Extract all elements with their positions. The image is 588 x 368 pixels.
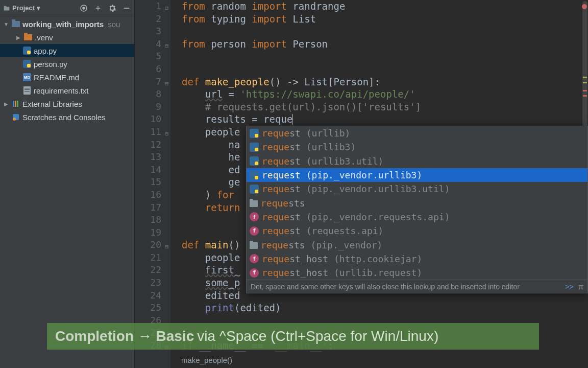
- tree-item[interactable]: requirements.txt: [0, 84, 134, 97]
- svg-rect-4: [17, 101, 18, 107]
- pi-icon[interactable]: π: [578, 283, 583, 291]
- python-module-icon: [250, 143, 259, 152]
- tree-item[interactable]: MDREADME.md: [0, 71, 134, 84]
- completion-label: request (requests.api): [262, 225, 383, 236]
- code-line[interactable]: [182, 25, 588, 38]
- line-number[interactable]: 21: [135, 251, 161, 264]
- completion-item[interactable]: request (urllib3.util): [247, 154, 587, 168]
- fold-marker-icon[interactable]: ⊟: [163, 40, 168, 45]
- line-number[interactable]: 16: [135, 189, 161, 201]
- code-line[interactable]: from typing import List: [182, 13, 588, 26]
- completion-label: request (urllib3.util): [262, 156, 383, 167]
- breadcrumb[interactable]: make_people(): [181, 356, 232, 364]
- completion-label: request (pip._vendor.requests.api): [262, 212, 450, 222]
- chevron-right-icon[interactable]: ▶: [3, 101, 9, 107]
- chevron-right-icon[interactable]: ▶: [15, 35, 21, 40]
- python-module-icon: [250, 129, 259, 138]
- completion-item[interactable]: frequest (pip._vendor.requests.api): [247, 210, 587, 224]
- line-number[interactable]: 12: [135, 139, 161, 151]
- code-line[interactable]: results = reque: [182, 113, 588, 126]
- line-number[interactable]: 18: [135, 214, 161, 226]
- scratches-consoles[interactable]: Scratches and Consoles: [0, 110, 134, 124]
- completion-item[interactable]: requests: [247, 196, 587, 210]
- completion-label: requests: [261, 198, 305, 209]
- project-tree[interactable]: ▼ working_with_imports sou ▶.venvapp.pyp…: [0, 16, 134, 124]
- line-number[interactable]: 10: [135, 113, 161, 126]
- code-line[interactable]: def make_people() -> List[Person]:: [182, 76, 588, 88]
- completion-item[interactable]: request (pip._vendor.urllib3): [247, 168, 587, 182]
- line-number[interactable]: 8: [135, 88, 161, 101]
- svg-point-6: [13, 118, 16, 121]
- fold-marker-icon[interactable]: ⊟: [163, 241, 168, 246]
- module-icon: [12, 21, 20, 27]
- settings-gear-icon[interactable]: [108, 4, 117, 13]
- code-line[interactable]: print(edited): [182, 302, 588, 314]
- completion-label: requests (pip._vendor): [261, 240, 382, 250]
- line-number[interactable]: 5: [135, 50, 161, 63]
- line-number[interactable]: 23: [135, 277, 161, 289]
- line-number[interactable]: 11⊟: [135, 126, 161, 139]
- code-line[interactable]: from person import Person: [182, 38, 588, 51]
- expand-all-icon[interactable]: [93, 4, 103, 13]
- line-number[interactable]: 25: [135, 302, 161, 314]
- tree-item[interactable]: person.py: [0, 57, 134, 71]
- folder-icon: [24, 34, 32, 40]
- code-line[interactable]: [182, 50, 588, 63]
- line-number[interactable]: 3: [135, 25, 161, 38]
- completion-item[interactable]: requests (pip._vendor): [247, 238, 587, 251]
- banner-action: Completion → Basic: [55, 328, 194, 344]
- fold-marker-icon[interactable]: ⊟: [163, 128, 168, 133]
- line-number[interactable]: 24: [135, 289, 161, 302]
- completion-item[interactable]: request (urllib): [247, 126, 587, 140]
- completion-label: request (pip._vendor.urllib3): [262, 170, 422, 180]
- external-libraries[interactable]: ▶ External Libraries: [0, 97, 134, 110]
- package-icon: [250, 242, 258, 249]
- line-number[interactable]: 20⊟: [135, 239, 161, 251]
- code-line[interactable]: # requests.get(url).json()['results']: [182, 101, 588, 113]
- completion-item[interactable]: request (urllib3): [247, 140, 587, 154]
- tree-root[interactable]: ▼ working_with_imports sou: [0, 17, 134, 31]
- function-icon: f: [250, 254, 259, 263]
- tree-item[interactable]: app.py: [0, 44, 134, 57]
- root-label: working_with_imports: [22, 20, 104, 29]
- line-number[interactable]: 9: [135, 101, 161, 113]
- line-number[interactable]: 13: [135, 151, 161, 164]
- completion-item[interactable]: frequest (requests.api): [247, 224, 587, 238]
- tree-item[interactable]: ▶.venv: [0, 31, 134, 44]
- line-number[interactable]: 19: [135, 226, 161, 239]
- python-file-icon: [23, 47, 31, 55]
- scrollbar-thumb[interactable]: [582, 1, 587, 144]
- completion-hint: Dot, space and some other keys will also…: [247, 280, 587, 293]
- code-line[interactable]: url = 'https://swapi.co/api/people/': [182, 88, 588, 101]
- line-number[interactable]: 7⊟: [135, 76, 161, 88]
- completion-item[interactable]: frequest_host (http.cookiejar): [247, 252, 587, 266]
- completion-item[interactable]: frequest_host (urllib.request): [247, 266, 587, 280]
- python-file-icon: [23, 60, 31, 68]
- banner-shortcut: via ^Space (Ctrl+Space for Win/Linux): [197, 328, 438, 344]
- tree-item-label: person.py: [34, 60, 67, 68]
- line-number[interactable]: 1⊟: [135, 0, 161, 13]
- line-number[interactable]: 2: [135, 13, 161, 26]
- line-number[interactable]: 4⊟: [135, 38, 161, 51]
- completion-more-link[interactable]: >>: [565, 283, 573, 291]
- line-number[interactable]: 15: [135, 176, 161, 189]
- line-number[interactable]: 22: [135, 264, 161, 277]
- code-line[interactable]: [182, 63, 588, 76]
- completion-popup[interactable]: request (urllib)request (urllib3)request…: [246, 126, 588, 293]
- completion-label: request (urllib): [262, 128, 350, 139]
- python-module-icon: [250, 185, 259, 194]
- completion-item[interactable]: request (pip._vendor.urllib3.util): [247, 182, 587, 196]
- hide-tool-icon[interactable]: [122, 4, 131, 13]
- line-number[interactable]: 6: [135, 63, 161, 76]
- line-number[interactable]: 17: [135, 201, 161, 214]
- line-number[interactable]: 14: [135, 164, 161, 176]
- fold-marker-icon[interactable]: ⊟: [163, 2, 168, 7]
- code-line[interactable]: from random import randrange: [182, 0, 588, 13]
- root-path: sou: [108, 20, 120, 29]
- editor-gutter[interactable]: 1⊟234⊟567⊟891011⊟121314151617181920⊟2122…: [135, 0, 170, 368]
- function-icon: f: [250, 226, 259, 236]
- select-opened-file-icon[interactable]: [79, 4, 88, 13]
- project-tool-title[interactable]: Project▾: [3, 4, 40, 12]
- chevron-down-icon[interactable]: ▼: [3, 21, 9, 27]
- fold-marker-icon[interactable]: ⊟: [163, 78, 168, 83]
